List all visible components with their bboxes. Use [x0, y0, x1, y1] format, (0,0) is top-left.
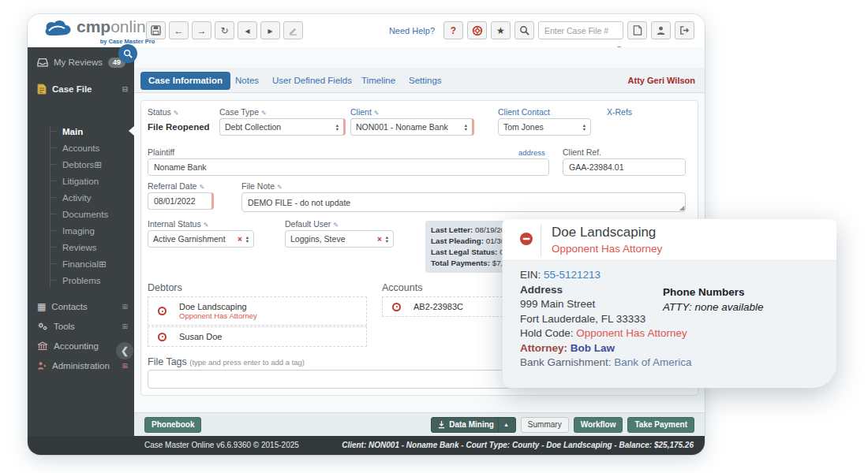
forward-button[interactable]: → — [192, 21, 211, 39]
client-label: Client ✎ — [350, 107, 379, 117]
tab-settings[interactable]: Settings — [409, 72, 442, 90]
clear-icon: × — [377, 235, 382, 244]
top-toolbar: cmponline by Case Master Pro ← → ↻ ◂ ▸ N… — [28, 14, 705, 47]
ein-value[interactable]: 55-5121213 — [544, 269, 600, 281]
sidebar-item-documents[interactable]: Documents — [28, 206, 134, 222]
document-button[interactable] — [627, 21, 647, 39]
sidebar-item-problems[interactable]: Problems — [28, 272, 134, 289]
case-file-search-input[interactable] — [538, 21, 623, 39]
data-mining-button[interactable]: Data Mining ▲ — [431, 417, 516, 433]
collapse-icon[interactable]: ⊟ — [122, 85, 128, 93]
tab-timeline[interactable]: Timeline — [361, 72, 395, 90]
download-icon — [438, 421, 445, 429]
back-button[interactable]: ← — [169, 21, 189, 39]
debtor-target-icon[interactable] — [158, 307, 166, 315]
user-button[interactable] — [651, 21, 671, 39]
sidebar-item-administration[interactable]: Administration⊞ — [28, 357, 134, 374]
sidebar-search-button[interactable] — [118, 44, 137, 63]
logo-text: cmponline by Case Master Pro — [77, 19, 155, 50]
sidebar-item-tools[interactable]: Tools⊞ — [28, 318, 134, 335]
popup-debtor-flag: Opponent Has Attorney — [552, 243, 662, 255]
sidebar-item-label: Case File — [52, 84, 92, 94]
inbox-icon — [37, 58, 48, 67]
debtor-target-icon[interactable] — [158, 333, 166, 341]
save-button[interactable] — [146, 21, 166, 39]
tab-case-information[interactable]: Case Information — [140, 72, 230, 90]
plaintiff-input[interactable] — [148, 158, 549, 176]
expand-icon[interactable]: ⊞ — [94, 159, 102, 170]
xrefs-label[interactable]: X-Refs — [607, 107, 632, 117]
expand-icon[interactable]: ⊞ — [122, 322, 128, 330]
active-indicator — [129, 126, 134, 136]
debtor-row[interactable]: Susan Doe — [148, 326, 367, 347]
take-payment-button[interactable]: Take Payment — [627, 417, 694, 433]
sidebar-item-litigation[interactable]: Litigation — [28, 173, 134, 189]
support-lifering-button[interactable] — [467, 21, 487, 39]
sidebar-item-activity[interactable]: Activity — [28, 189, 134, 206]
data-mining-menu-caret[interactable]: ▲ — [498, 417, 509, 433]
bank-icon — [37, 341, 48, 351]
account-target-icon[interactable] — [392, 303, 401, 311]
internal-status-select[interactable]: Active Garnishment×▴▾ — [148, 230, 254, 248]
popup-debtor-name: Doe Landscaping — [552, 225, 656, 240]
admin-user-icon — [37, 361, 47, 371]
need-help-link[interactable]: Need Help? — [389, 26, 435, 35]
edit-pencil-icon: ✎ — [199, 184, 204, 191]
garnishment-value[interactable]: Bank of America — [614, 356, 691, 368]
select-arrows-icon: ▴▾ — [465, 123, 467, 131]
app-logo: cmponline by Case Master Pro — [43, 19, 155, 50]
signature-button[interactable] — [283, 21, 303, 39]
edit-pencil-icon: ✎ — [374, 110, 380, 117]
workflow-button[interactable]: Workflow — [574, 417, 623, 433]
sidebar-item-main[interactable]: Main — [28, 123, 134, 140]
sidebar-item-contacts[interactable]: ▦ Contacts⊞ — [28, 298, 134, 315]
sidebar-item-accounts[interactable]: Accounts — [28, 140, 134, 156]
sidebar-item-imaging[interactable]: Imaging — [28, 222, 134, 239]
sidebar-item-reviews[interactable]: Reviews — [28, 239, 134, 255]
logout-icon[interactable] — [675, 21, 694, 39]
tab-notes[interactable]: Notes — [235, 72, 259, 90]
attorney-value[interactable]: Bob Law — [571, 342, 615, 354]
file-tags-label: File Tags (type and press enter to add a… — [148, 356, 305, 367]
file-note-label: File Note ✎ — [241, 181, 282, 191]
help-button[interactable]: ? — [443, 21, 463, 39]
sidebar-nav: My Reviews 49 Case File ⊟ Main Accounts … — [28, 47, 134, 436]
expand-icon[interactable]: ⊞ — [99, 259, 107, 270]
gears-icon — [37, 322, 48, 331]
debtor-row[interactable]: Doe Landscaping Opponent Has Attorney — [148, 296, 367, 326]
next-record-button[interactable]: ▸ — [260, 21, 280, 39]
bottom-action-bar: Phonebook Data Mining ▲ Summary Workflow… — [134, 412, 705, 436]
status-value: File Reopened — [148, 122, 210, 132]
favorites-star-button[interactable]: ★ — [491, 21, 511, 39]
hold-code-value: Opponent Has Attorney — [576, 327, 687, 339]
file-note-input[interactable] — [241, 192, 686, 212]
default-user-select[interactable]: Loggins, Steve×▴▾ — [285, 230, 394, 248]
sidebar-item-debtors[interactable]: Debtors⊞ — [28, 156, 134, 173]
address-link[interactable]: address — [518, 148, 545, 157]
refresh-button[interactable]: ↻ — [215, 21, 234, 39]
case-type-select[interactable]: Debt Collection▴▾ — [219, 118, 346, 136]
expand-icon[interactable]: ⊞ — [122, 303, 128, 311]
phonebook-button[interactable]: Phonebook — [144, 417, 201, 433]
sidebar-collapse-button[interactable]: ❮ — [116, 342, 133, 359]
logo-cmp: cmp — [77, 17, 110, 35]
remove-circle-icon[interactable] — [519, 232, 533, 246]
summary-button[interactable]: Summary — [521, 417, 569, 433]
client-contact-select[interactable]: Tom Jones▴▾ — [498, 118, 591, 136]
prev-record-button[interactable]: ◂ — [238, 21, 257, 39]
tab-user-defined-fields[interactable]: User Defined Fields — [272, 72, 352, 90]
phone-atty-value: ATTY: none available — [663, 300, 764, 315]
account-row[interactable]: AB2-23983C — [382, 296, 507, 317]
resize-grip-icon[interactable]: ◢ — [679, 204, 684, 211]
popup-detail-left: EIN: 55-5121213 Address 999 Main Street … — [520, 268, 692, 371]
phone-numbers-header: Phone Numbers — [663, 285, 764, 300]
edit-pencil-icon: ✎ — [174, 110, 179, 117]
search-button[interactable] — [514, 21, 534, 39]
sidebar-item-financial[interactable]: Financial⊞ — [28, 255, 134, 272]
sidebar-item-case-file[interactable]: Case File ⊟ — [28, 80, 134, 98]
client-ref-input[interactable] — [563, 158, 686, 176]
expand-icon[interactable]: ⊞ — [122, 362, 128, 370]
client-select[interactable]: NON001 - Noname Bank▴▾ — [350, 118, 474, 136]
referral-date-input[interactable] — [148, 192, 214, 210]
tab-bar: Case Information Notes User Defined Fiel… — [134, 68, 705, 93]
